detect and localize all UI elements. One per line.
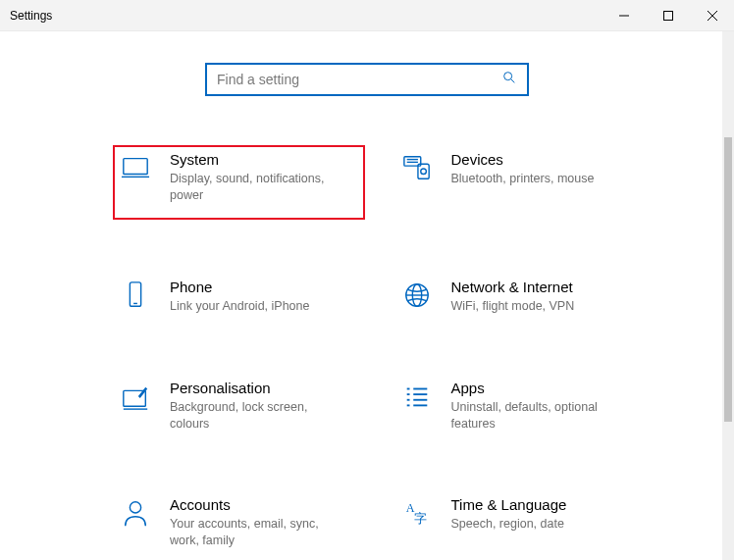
scrollbar-thumb[interactable] (724, 137, 732, 422)
phone-icon (119, 279, 152, 315)
svg-rect-6 (124, 159, 147, 175)
tile-system[interactable]: System Display, sound, notifications, po… (113, 145, 365, 220)
tile-title: Devices (451, 151, 641, 168)
tile-title: Time & Language (451, 496, 641, 513)
tile-personalisation[interactable]: Personalisation Background, lock screen,… (113, 374, 365, 438)
close-button[interactable] (690, 0, 734, 30)
tile-accounts[interactable]: Accounts Your accounts, email, sync, wor… (113, 490, 365, 555)
search-input[interactable] (217, 72, 501, 87)
svg-rect-13 (130, 282, 140, 306)
search-icon (501, 70, 517, 89)
list-icon (400, 380, 434, 433)
titlebar: Settings (0, 0, 734, 31)
tile-phone[interactable]: Phone Link your Android, iPhone (113, 273, 365, 321)
scrollbar[interactable] (722, 31, 734, 560)
tile-desc: Display, sound, notifications, power (170, 171, 346, 204)
svg-line-5 (511, 79, 515, 83)
svg-point-4 (504, 73, 512, 80)
tile-devices[interactable]: Devices Bluetooth, printers, mouse (394, 145, 647, 220)
tile-apps[interactable]: Apps Uninstall, defaults, optional featu… (394, 374, 647, 438)
window-controls (602, 0, 734, 30)
devices-icon (400, 151, 434, 214)
tile-title: Network & Internet (451, 279, 641, 295)
tile-title: Apps (451, 380, 641, 396)
svg-rect-1 (663, 11, 672, 20)
person-icon (119, 496, 152, 549)
tile-desc: Your accounts, email, sync, work, family (170, 516, 346, 549)
tile-title: System (170, 151, 359, 168)
paint-icon (119, 380, 152, 433)
settings-grid: System Display, sound, notifications, po… (113, 145, 646, 555)
svg-point-12 (420, 169, 426, 175)
tile-desc: Link your Android, iPhone (170, 298, 346, 315)
tile-title: Phone (170, 279, 359, 295)
tile-title: Personalisation (170, 380, 359, 396)
svg-text:字: 字 (414, 512, 427, 527)
tile-desc: Speech, region, date (451, 516, 628, 533)
globe-icon (400, 279, 434, 315)
minimize-button[interactable] (602, 0, 646, 30)
tile-network[interactable]: Network & Internet WiFi, flight mode, VP… (394, 273, 647, 321)
tile-timelang[interactable]: A 字 Time & Language Speech, region, date (394, 490, 647, 555)
tile-desc: Bluetooth, printers, mouse (451, 171, 628, 187)
tile-desc: Uninstall, defaults, optional features (451, 399, 628, 433)
tile-desc: WiFi, flight mode, VPN (451, 298, 628, 315)
maximize-button[interactable] (646, 0, 690, 30)
tile-desc: Background, lock screen, colours (170, 399, 346, 433)
svg-point-28 (130, 502, 140, 513)
system-icon (119, 151, 152, 204)
window-title: Settings (10, 9, 52, 23)
language-icon: A 字 (400, 496, 434, 549)
search-box[interactable] (205, 63, 529, 96)
tile-title: Accounts (170, 496, 359, 513)
